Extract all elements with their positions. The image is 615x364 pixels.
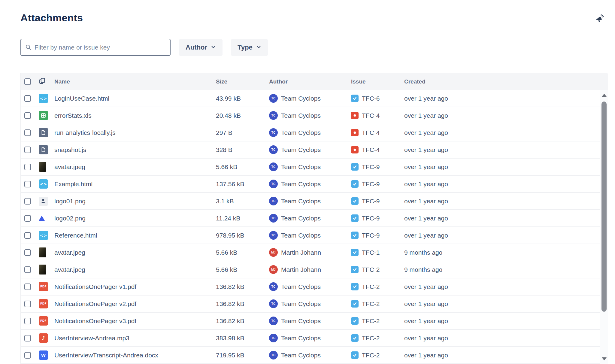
scroll-down-arrow-icon[interactable] xyxy=(602,357,607,360)
row-checkbox[interactable] xyxy=(24,129,31,136)
row-checkbox[interactable] xyxy=(24,147,31,153)
attachment-name-link[interactable]: NotificationsOnePager v2.pdf xyxy=(54,300,136,308)
task-type-icon xyxy=(351,163,359,171)
issue-key-link[interactable]: TFC-1 xyxy=(362,249,380,256)
attachment-name-link[interactable]: Example.html xyxy=(54,180,92,188)
attachment-name-link[interactable]: NotificationsOnePager v1.pdf xyxy=(54,283,136,290)
author-name: Martin Johann xyxy=(281,249,321,256)
issue-key-link[interactable]: TFC-2 xyxy=(362,335,380,342)
scrollbar-thumb[interactable] xyxy=(601,102,607,312)
task-type-icon xyxy=(351,266,359,273)
image-thumbnail[interactable] xyxy=(39,216,45,221)
row-checkbox[interactable] xyxy=(24,95,31,102)
spreadsheet-file-icon[interactable] xyxy=(39,111,48,120)
issue-key-link[interactable]: TFC-9 xyxy=(362,163,380,171)
attachment-name-link[interactable]: run-analytics-locally.js xyxy=(54,129,116,136)
issue-key-link[interactable]: TFC-4 xyxy=(362,146,380,153)
row-checkbox[interactable] xyxy=(24,198,31,205)
task-type-icon xyxy=(351,351,359,359)
pdf-file-icon[interactable]: PDF xyxy=(39,282,48,291)
attachment-name-link[interactable]: logo02.png xyxy=(54,215,86,222)
column-header-issue[interactable]: Issue xyxy=(351,78,404,85)
author-filter-button[interactable]: Author xyxy=(179,39,223,56)
issue-key-link[interactable]: TFC-6 xyxy=(362,95,380,102)
column-header-size[interactable]: Size xyxy=(216,78,269,85)
table-row: snapshot.js328 BTCTeam CyclopsTFC-4over … xyxy=(21,141,608,159)
attachment-name-link[interactable]: NotificationsOnePager v3.pdf xyxy=(54,317,136,325)
row-checkbox[interactable] xyxy=(24,284,31,290)
attachment-name-link[interactable]: logo01.png xyxy=(54,198,86,205)
issue-key-link[interactable]: TFC-2 xyxy=(362,283,380,290)
column-header-created[interactable]: Created xyxy=(404,78,608,85)
code-file-icon[interactable] xyxy=(39,145,48,154)
author-name: Martin Johann xyxy=(281,266,321,273)
attachment-name-link[interactable]: avatar.jpeg xyxy=(54,266,85,273)
issue-key-link[interactable]: TFC-9 xyxy=(362,215,380,222)
created-date: over 1 year ago xyxy=(404,112,608,119)
attachment-name-link[interactable]: LoginUseCase.html xyxy=(54,95,109,102)
audio-file-icon[interactable]: ♪ xyxy=(39,333,48,343)
attachment-name-link[interactable]: Reference.html xyxy=(54,232,97,239)
attachment-name-link[interactable]: avatar.jpeg xyxy=(54,249,85,256)
row-checkbox[interactable] xyxy=(24,249,31,256)
attachment-name-link[interactable]: avatar.jpeg xyxy=(54,163,85,171)
html-file-icon[interactable]: <> xyxy=(39,231,48,240)
scroll-up-arrow-icon[interactable] xyxy=(602,94,607,97)
row-checkbox[interactable] xyxy=(24,232,31,239)
attachment-size: 328 B xyxy=(216,146,269,153)
author-name: Team Cyclops xyxy=(281,317,321,325)
created-date: over 1 year ago xyxy=(404,335,608,342)
attachment-name-link[interactable]: UserInterviewTranscript-Andrea.docx xyxy=(54,352,158,359)
row-checkbox[interactable] xyxy=(24,181,31,187)
issue-key-link[interactable]: TFC-9 xyxy=(362,232,380,239)
author-avatar: TC xyxy=(269,111,278,120)
attachment-name-link[interactable]: errorStats.xls xyxy=(54,112,92,119)
code-file-icon[interactable] xyxy=(39,128,48,137)
pdf-file-icon[interactable]: PDF xyxy=(39,316,48,326)
author-avatar: MJ xyxy=(269,265,278,274)
row-checkbox[interactable] xyxy=(24,335,31,341)
html-file-icon[interactable]: <> xyxy=(39,179,48,189)
attachment-name-link[interactable]: snapshot.js xyxy=(54,146,86,153)
issue-key-link[interactable]: TFC-9 xyxy=(362,180,380,188)
issue-key-link[interactable]: TFC-9 xyxy=(362,198,380,205)
row-checkbox[interactable] xyxy=(24,318,31,324)
row-checkbox[interactable] xyxy=(24,164,31,170)
task-type-icon xyxy=(351,334,359,342)
image-thumbnail[interactable] xyxy=(39,197,48,206)
row-checkbox[interactable] xyxy=(24,112,31,119)
word-file-icon[interactable]: W xyxy=(39,350,48,360)
select-all-checkbox[interactable] xyxy=(24,78,31,85)
issue-key-link[interactable]: TFC-2 xyxy=(362,317,380,325)
attachment-size: 3.1 kB xyxy=(216,198,269,205)
attachment-name-link[interactable]: UserInterview-Andrea.mp3 xyxy=(54,335,129,342)
image-thumbnail[interactable] xyxy=(39,247,46,257)
pdf-file-icon[interactable]: PDF xyxy=(39,299,48,308)
table-scrollbar[interactable] xyxy=(600,90,608,364)
row-checkbox[interactable] xyxy=(24,301,31,307)
issue-key-link[interactable]: TFC-4 xyxy=(362,129,380,136)
table-row: <>LoginUseCase.html43.99 kBTCTeam Cyclop… xyxy=(21,90,608,107)
issue-key-link[interactable]: TFC-2 xyxy=(362,352,380,359)
image-thumbnail[interactable] xyxy=(39,265,46,275)
author-avatar: TC xyxy=(269,214,278,223)
row-checkbox[interactable] xyxy=(24,352,31,359)
task-type-icon xyxy=(351,283,359,290)
created-date: over 1 year ago xyxy=(404,146,608,153)
author-name: Team Cyclops xyxy=(281,163,321,171)
task-type-icon xyxy=(351,317,359,325)
issue-key-link[interactable]: TFC-2 xyxy=(362,300,380,308)
issue-key-link[interactable]: TFC-4 xyxy=(362,112,380,119)
column-header-author[interactable]: Author xyxy=(269,78,351,85)
attachment-size: 5.66 kB xyxy=(216,163,269,171)
image-thumbnail[interactable] xyxy=(39,162,46,172)
created-date: over 1 year ago xyxy=(404,180,608,188)
column-header-name[interactable]: Name xyxy=(54,78,216,85)
row-checkbox[interactable] xyxy=(24,266,31,273)
row-checkbox[interactable] xyxy=(24,215,31,222)
issue-key-link[interactable]: TFC-2 xyxy=(362,266,380,273)
type-filter-button[interactable]: Type xyxy=(231,39,268,56)
announcement-button[interactable] xyxy=(595,14,605,26)
html-file-icon[interactable]: <> xyxy=(39,94,48,103)
filter-input[interactable] xyxy=(35,44,166,51)
